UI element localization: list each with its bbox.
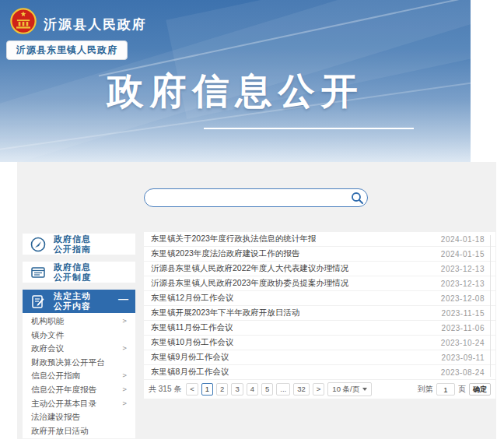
article-link[interactable]: 东里镇关于2023年度行政执法信息的统计年报	[151, 234, 316, 244]
sub-site-button[interactable]: 沂源县东里镇人民政府	[6, 40, 128, 60]
chevron-right-icon: >	[123, 369, 127, 383]
banner: 沂源县人民政府 沂源县东里镇人民政府 政府信息公开	[0, 0, 471, 162]
search-input[interactable]	[145, 191, 347, 205]
search-box	[144, 188, 368, 207]
sidebar-item-label: 政府信息 公开制度	[54, 262, 91, 283]
site-title: 沂源县人民政府	[44, 16, 147, 33]
subitem-label: 财政预决算公开平台	[31, 356, 105, 370]
page-button-32[interactable]: 32	[293, 383, 310, 396]
subitem-label: 镇办文件	[31, 329, 64, 343]
sidebar-subitem-info-guide[interactable]: 信息公开指南 >	[23, 369, 135, 383]
next-page-button[interactable]: >	[313, 383, 325, 396]
page-button-4[interactable]: 4	[247, 383, 258, 396]
confirm-button[interactable]: 确定	[469, 383, 491, 396]
national-emblem-icon	[9, 6, 37, 37]
list-item[interactable]: 东里镇12月份工作会议 2023-12-08	[144, 291, 495, 306]
sidebar-subitem-gov-meetings[interactable]: 政府会议 >	[23, 342, 135, 356]
article-link[interactable]: 东里镇10月份工作会议	[151, 337, 233, 348]
list-item[interactable]: 沂源县东里镇人民政府2023年度政协委员提案办理情况 2023-12-13	[144, 276, 495, 291]
list-item[interactable]: 东里镇关于2023年度行政执法信息的统计年报 2024-01-18	[144, 232, 495, 247]
article-link[interactable]: 沂源县东里镇人民政府2022年度人大代表建议办理情况	[151, 263, 348, 274]
search-button[interactable]	[347, 190, 367, 206]
sidebar-subitem-basic-catalog[interactable]: 主动公开基本目录 >	[23, 397, 135, 411]
title-underline	[204, 128, 414, 129]
list-item[interactable]: 沂源县东里镇人民政府2022年度人大代表建议办理情况 2023-12-13	[144, 262, 495, 276]
sidebar-subitem-law-report[interactable]: 法治建设报告	[23, 410, 135, 424]
page-button-3[interactable]: 3	[231, 383, 243, 396]
scrollbar[interactable]	[490, 235, 491, 377]
subitem-label: 主动公开基本目录	[31, 397, 96, 411]
article-date: 2023-12-13	[441, 265, 485, 273]
article-link[interactable]: 东里镇9月份工作会议	[151, 352, 229, 363]
subitem-label: 信息公开年度报告	[31, 383, 96, 397]
goto-page-group: 到第 页 确定	[418, 383, 491, 396]
goto-page-input[interactable]	[436, 383, 455, 396]
list-item[interactable]: 东里镇开展2023年下半年政府开放日活动 2023-11-15	[144, 306, 495, 321]
article-date: 2023-12-13	[441, 280, 485, 288]
chevron-right-icon: >	[123, 397, 127, 411]
page-ellipsis-button[interactable]: ...	[276, 383, 290, 396]
page-size-select[interactable]: 10 条/页	[327, 382, 372, 396]
sidebar-subitem-budget-platform[interactable]: 财政预决算公开平台	[23, 356, 135, 370]
prev-page-button[interactable]: <	[186, 383, 198, 396]
article-link[interactable]: 东里镇8月份工作会议	[151, 367, 229, 378]
subitem-label: 政府开放日活动	[31, 424, 89, 438]
sidebar-item-label: 法定主动 公开内容	[54, 291, 91, 311]
article-date: 2023-12-08	[441, 294, 485, 303]
article-list-panel: 东里镇关于2023年度行政执法信息的统计年报 2024-01-18 东里镇202…	[144, 232, 495, 399]
article-link[interactable]: 东里镇2023年度法治政府建设工作的报告	[151, 248, 299, 259]
chevron-right-icon: >	[123, 342, 127, 356]
sidebar-submenu: 机构职能 > 镇办文件 政府会议 > 财政预决算公开平台 信息公开指南 > 信息…	[23, 313, 135, 438]
sidebar-item-label: 政府信息 公开指南	[54, 234, 91, 255]
list-item[interactable]: 东里镇9月份工作会议 2023-09-11	[144, 350, 495, 365]
subitem-label: 机构职能	[31, 315, 64, 329]
total-count-label: 共 315 条	[149, 384, 181, 395]
sidebar-item-guide[interactable]: 政府信息 公开指南	[23, 234, 135, 255]
search-icon	[351, 192, 364, 205]
sidebar-subitem-annual-report[interactable]: 信息公开年度报告 >	[23, 383, 135, 397]
article-date: 2023-08-24	[441, 368, 485, 377]
sidebar-item-system[interactable]: 政府信息 公开制度	[23, 262, 135, 283]
article-date: 2023-10-24	[441, 339, 485, 347]
subitem-label: 法治建设报告	[31, 410, 80, 424]
sidebar-subitem-town-documents[interactable]: 镇办文件	[23, 329, 135, 343]
list-item[interactable]: 东里镇10月份工作会议 2023-10-24	[144, 336, 495, 350]
page-button-1[interactable]: 1	[201, 383, 213, 396]
sidebar-subitem-open-day[interactable]: 政府开放日活动	[23, 424, 135, 438]
goto-suffix-label: 页	[458, 384, 466, 395]
subitem-label: 信息公开指南	[31, 369, 80, 383]
clipboard-icon	[30, 293, 47, 310]
article-link[interactable]: 沂源县东里镇人民政府2023年度政协委员提案办理情况	[151, 278, 348, 289]
page: 沂源县人民政府 沂源县东里镇人民政府 政府信息公开 政府信息 公开指南	[0, 0, 504, 443]
list-item[interactable]: 东里镇11月份工作会议 2023-11-06	[144, 321, 495, 336]
chevron-right-icon: >	[123, 315, 127, 329]
subitem-label: 政府会议	[31, 342, 64, 356]
article-date: 2024-01-18	[441, 235, 485, 244]
compass-icon	[30, 236, 47, 253]
list-item[interactable]: 东里镇2023年度法治政府建设工作的报告 2024-01-15	[144, 247, 495, 262]
list-item[interactable]: 东里镇8月份工作会议 2023-08-24	[144, 365, 495, 380]
sidebar-item-statutory-content[interactable]: 法定主动 公开内容 —	[23, 290, 135, 313]
article-date: 2023-11-06	[442, 324, 485, 332]
page-button-5[interactable]: 5	[261, 383, 273, 396]
article-date: 2023-11-15	[442, 309, 485, 318]
article-list: 东里镇关于2023年度行政执法信息的统计年报 2024-01-18 东里镇202…	[144, 232, 495, 380]
article-link[interactable]: 东里镇12月份工作会议	[151, 293, 233, 304]
document-icon	[30, 264, 47, 281]
page-size-value: 10 条/页	[332, 385, 359, 395]
page-button-2[interactable]: 2	[216, 383, 228, 396]
article-link[interactable]: 东里镇11月份工作会议	[151, 322, 233, 333]
pagination: 共 315 条 < 1 2 3 4 5 ... 32 > 10 条/页 到第 页…	[144, 380, 495, 399]
article-date: 2023-09-11	[442, 353, 485, 362]
collapse-indicator[interactable]: —	[118, 293, 128, 304]
chevron-down-icon	[362, 388, 367, 391]
chevron-right-icon: >	[123, 383, 127, 397]
sidebar-subitem-organization[interactable]: 机构职能 >	[23, 315, 135, 329]
article-date: 2024-01-15	[441, 250, 485, 258]
goto-prefix-label: 到第	[418, 384, 433, 395]
page-title: 政府信息公开	[0, 67, 471, 116]
article-link[interactable]: 东里镇开展2023年下半年政府开放日活动	[151, 308, 299, 318]
